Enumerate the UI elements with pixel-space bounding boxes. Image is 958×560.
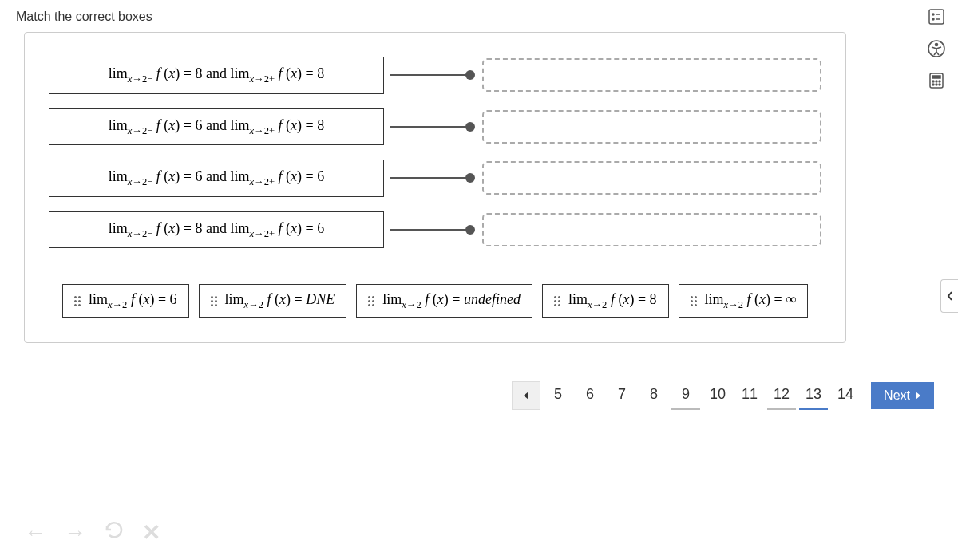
drop-zone-3[interactable] <box>482 161 821 195</box>
connector-line <box>390 177 470 179</box>
source-box-4: limx→2− f (x) = 8 and limx→2+ f (x) = 6 <box>49 211 384 249</box>
option-label: limx→2 f (x) = undefined <box>382 291 521 311</box>
question-list-icon[interactable] <box>926 6 947 27</box>
next-button[interactable]: Next <box>871 382 934 409</box>
pagination: 5 6 7 8 9 10 11 12 13 14 Next <box>512 381 934 410</box>
drop-zone-1[interactable] <box>482 58 821 92</box>
page-6[interactable]: 6 <box>576 381 604 410</box>
option-limit-6[interactable]: limx→2 f (x) = 6 <box>62 284 189 318</box>
page-9[interactable]: 9 <box>671 381 700 410</box>
svg-marker-1 <box>916 392 920 400</box>
page-7[interactable]: 7 <box>608 381 636 410</box>
match-row: limx→2− f (x) = 6 and limx→2+ f (x) = 6 <box>49 160 821 197</box>
match-row: limx→2− f (x) = 6 and limx→2+ f (x) = 8 <box>49 108 821 146</box>
connector-line <box>390 74 470 76</box>
match-row: limx→2− f (x) = 8 and limx→2+ f (x) = 8 <box>49 57 821 94</box>
question-container: limx→2− f (x) = 8 and limx→2+ f (x) = 8 … <box>24 32 846 343</box>
svg-rect-2 <box>929 10 944 24</box>
nav-forward-button[interactable]: → <box>64 520 86 546</box>
options-area: limx→2 f (x) = 6 limx→2 f (x) = DNE limx… <box>49 284 821 318</box>
triangle-right-icon <box>915 391 921 400</box>
accessibility-icon[interactable] <box>926 38 947 59</box>
drag-handle-icon <box>554 296 560 306</box>
option-limit-dne[interactable]: limx→2 f (x) = DNE <box>199 284 347 318</box>
svg-marker-0 <box>524 392 528 400</box>
connector-line <box>390 126 470 128</box>
match-area: limx→2− f (x) = 8 and limx→2+ f (x) = 8 … <box>49 57 821 248</box>
right-sidebar <box>926 6 947 91</box>
nav-back-button[interactable]: ← <box>24 520 46 546</box>
nav-reload-button[interactable] <box>104 519 125 546</box>
page-11[interactable]: 11 <box>735 381 764 410</box>
svg-point-13 <box>939 81 940 82</box>
source-box-1: limx→2− f (x) = 8 and limx→2+ f (x) = 8 <box>49 57 384 94</box>
page-5[interactable]: 5 <box>544 381 572 410</box>
svg-point-16 <box>939 84 940 85</box>
drag-handle-icon <box>211 296 217 306</box>
svg-point-12 <box>936 81 937 82</box>
match-row: limx→2− f (x) = 8 and limx→2+ f (x) = 6 <box>49 211 821 249</box>
drop-zone-4[interactable] <box>482 213 821 246</box>
svg-point-5 <box>932 18 934 20</box>
nav-close-button[interactable]: ✕ <box>142 519 160 546</box>
connector-line <box>390 229 470 231</box>
option-limit-8[interactable]: limx→2 f (x) = 8 <box>542 284 669 318</box>
bottom-nav: ← → ✕ <box>24 519 160 546</box>
svg-point-15 <box>936 84 937 85</box>
option-label: limx→2 f (x) = 8 <box>568 291 657 311</box>
page-13[interactable]: 13 <box>799 381 828 410</box>
option-label: limx→2 f (x) = 6 <box>89 291 177 311</box>
calculator-icon[interactable] <box>926 70 947 91</box>
page-12[interactable]: 12 <box>767 381 796 410</box>
drag-handle-icon <box>74 296 81 306</box>
drop-zone-2[interactable] <box>482 110 821 144</box>
source-box-3: limx→2− f (x) = 6 and limx→2+ f (x) = 6 <box>49 160 384 197</box>
svg-point-11 <box>932 81 934 82</box>
svg-point-3 <box>932 14 934 15</box>
svg-point-8 <box>936 44 938 46</box>
collapse-panel-button[interactable] <box>940 279 958 313</box>
triangle-left-icon <box>522 391 530 400</box>
page-14[interactable]: 14 <box>831 381 860 410</box>
page-title: Match the correct boxes <box>0 0 958 30</box>
reload-icon <box>104 519 125 540</box>
prev-page-button[interactable] <box>512 381 540 410</box>
source-box-2: limx→2− f (x) = 6 and limx→2+ f (x) = 8 <box>49 108 384 146</box>
page-10[interactable]: 10 <box>703 381 732 410</box>
option-limit-undefined[interactable]: limx→2 f (x) = undefined <box>356 284 532 318</box>
svg-point-14 <box>932 84 934 85</box>
option-label: limx→2 f (x) = DNE <box>225 291 335 311</box>
drag-handle-icon <box>368 296 374 306</box>
option-limit-infinity[interactable]: limx→2 f (x) = ∞ <box>679 284 809 318</box>
option-label: limx→2 f (x) = ∞ <box>705 291 797 311</box>
next-label: Next <box>884 388 910 403</box>
chevron-left-icon <box>946 290 954 302</box>
drag-handle-icon <box>691 296 697 306</box>
page-8[interactable]: 8 <box>639 381 668 410</box>
svg-rect-10 <box>932 76 940 78</box>
